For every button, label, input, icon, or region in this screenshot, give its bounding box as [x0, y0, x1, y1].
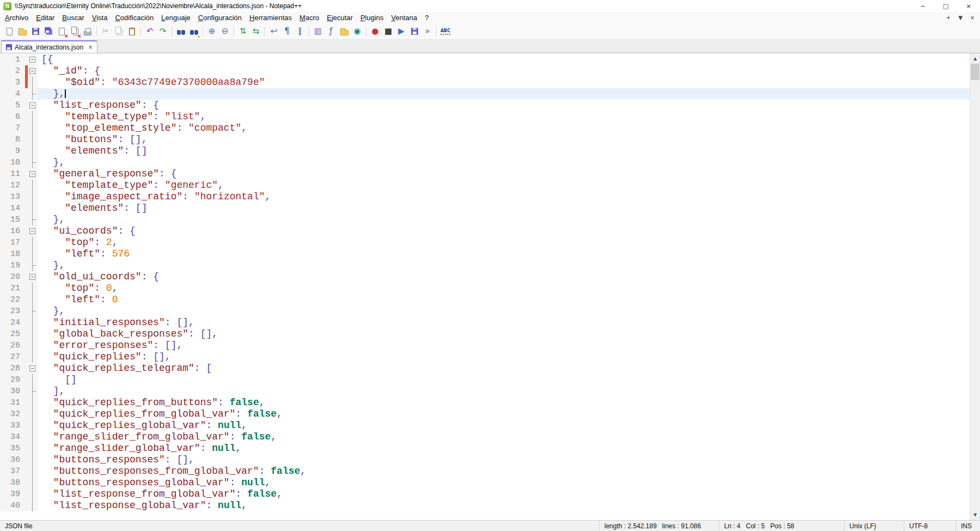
code-text[interactable]: "old_ui_coords": {	[38, 271, 970, 283]
code-text[interactable]: "top": 0,	[38, 283, 970, 294]
code-text[interactable]: "range_slider_global_var": null,	[38, 443, 970, 454]
line-number[interactable]: 20	[0, 271, 25, 283]
fold-toggle-icon[interactable]	[28, 100, 38, 111]
show-indent-guide-button[interactable]: ∥	[293, 25, 307, 38]
code-text[interactable]: },	[38, 214, 970, 225]
close-file-button[interactable]	[55, 25, 68, 38]
code-text[interactable]: "template_type": "list",	[38, 111, 970, 123]
redo-button[interactable]: ↷	[156, 25, 169, 38]
run-macro-multiple-times-button[interactable]: »	[421, 25, 434, 38]
code-text[interactable]: "ui_coords": {	[38, 225, 970, 237]
menu-help[interactable]: ?	[421, 13, 432, 23]
maximize-button[interactable]: □	[934, 0, 957, 12]
code-text[interactable]: [{	[38, 54, 970, 65]
line-number[interactable]: 10	[0, 157, 25, 168]
line-number[interactable]: 40	[0, 500, 25, 511]
sync-vertical-scroll-button[interactable]: ⇅	[236, 25, 249, 38]
line-number[interactable]: 31	[0, 397, 25, 408]
fold-toggle-icon[interactable]	[28, 168, 38, 180]
line-number[interactable]: 25	[0, 328, 25, 340]
line-number[interactable]: 13	[0, 191, 25, 203]
line-number[interactable]: 27	[0, 351, 25, 363]
code-text[interactable]: },	[38, 88, 970, 100]
code-text[interactable]: "top": 2,	[38, 237, 970, 248]
close-button[interactable]: ×	[957, 0, 980, 12]
code-text[interactable]: "error_responses": [],	[38, 340, 970, 351]
line-number[interactable]: 7	[0, 123, 25, 134]
text-area[interactable]: 1[{2 "_id": {3 "$oid": "6343c7749e737000…	[0, 53, 970, 520]
line-number[interactable]: 14	[0, 203, 25, 214]
paste-button[interactable]	[125, 25, 138, 38]
code-text[interactable]: "buttons_responses": [],	[38, 454, 970, 466]
code-text[interactable]: "elements": []	[38, 145, 970, 157]
new-tab-button[interactable]: +	[942, 13, 954, 23]
code-text[interactable]: "buttons": [],	[38, 134, 970, 145]
fold-toggle-icon[interactable]	[28, 271, 38, 283]
close-all-button[interactable]	[68, 25, 81, 38]
save-file-button[interactable]	[29, 25, 42, 38]
line-number[interactable]: 9	[0, 145, 25, 157]
line-number[interactable]: 17	[0, 237, 25, 248]
scrollbar-track[interactable]	[970, 64, 980, 510]
line-number[interactable]: 8	[0, 134, 25, 145]
monitoring-button[interactable]: ◉	[351, 25, 364, 38]
copy-button[interactable]	[112, 25, 125, 38]
code-text[interactable]: "quick_replies_telegram": [	[38, 363, 970, 374]
line-number[interactable]: 21	[0, 283, 25, 294]
line-number[interactable]: 16	[0, 225, 25, 237]
fold-toggle-icon[interactable]	[28, 65, 38, 77]
line-number[interactable]: 23	[0, 306, 25, 317]
code-text[interactable]: "buttons_responses_from_global_var": fal…	[38, 466, 970, 477]
code-text[interactable]: "elements": []	[38, 203, 970, 214]
line-number[interactable]: 29	[0, 374, 25, 386]
code-text[interactable]: "global_back_responses": [],	[38, 328, 970, 340]
sync-horizontal-scroll-button[interactable]: ⇆	[249, 25, 262, 38]
menu-ventana[interactable]: Ventana	[388, 13, 421, 23]
show-all-characters-button[interactable]: ¶	[280, 25, 293, 38]
line-number[interactable]: 30	[0, 386, 25, 397]
menu-codificaci-n[interactable]: Codificación	[111, 13, 157, 23]
save-all-button[interactable]	[42, 25, 55, 38]
menu-herramientas[interactable]: Herramientas	[246, 13, 296, 23]
code-text[interactable]: "range_slider_from_global_var": false,	[38, 431, 970, 443]
status-cursor-position[interactable]: Ln : 4 Col : 5 Pos : 58	[719, 521, 844, 531]
line-number[interactable]: 28	[0, 363, 25, 374]
line-number[interactable]: 5	[0, 100, 25, 111]
zoom-in-button[interactable]: ⊕	[205, 25, 218, 38]
function-list-button[interactable]: ƒ	[324, 25, 338, 38]
line-number[interactable]: 19	[0, 260, 25, 271]
code-text[interactable]: "buttons_responses_global_var": null,	[38, 477, 970, 489]
menu-plugins[interactable]: Plugins	[357, 13, 388, 23]
play-macro-button[interactable]: ▶	[395, 25, 408, 38]
code-text[interactable]: "left": 576	[38, 248, 970, 260]
line-number[interactable]: 2	[0, 65, 25, 77]
line-number[interactable]: 11	[0, 168, 25, 180]
scrollbar-thumb[interactable]	[971, 64, 979, 80]
close-tab-button[interactable]: ×	[966, 13, 978, 23]
tab-close-icon[interactable]: ×	[88, 44, 93, 50]
code-text[interactable]: },	[38, 306, 970, 317]
line-number[interactable]: 15	[0, 214, 25, 225]
line-number[interactable]: 4	[0, 88, 25, 100]
tab-list-button[interactable]: ▼	[954, 13, 966, 23]
status-eol-format[interactable]: Unix (LF)	[844, 521, 904, 531]
word-wrap-button[interactable]: ↩	[267, 25, 280, 38]
line-number[interactable]: 33	[0, 420, 25, 431]
code-text[interactable]: "quick_replies_from_global_var": false,	[38, 408, 970, 420]
line-number[interactable]: 32	[0, 408, 25, 420]
code-text[interactable]: "quick_replies": [],	[38, 351, 970, 363]
code-text[interactable]: "_id": {	[38, 65, 970, 77]
menu-ejecutar[interactable]: Ejecutar	[323, 13, 357, 23]
code-text[interactable]: "general_response": {	[38, 168, 970, 180]
code-text[interactable]: "list_response_global_var": null,	[38, 500, 970, 511]
cut-button[interactable]: ✂	[99, 25, 112, 38]
code-text[interactable]: []	[38, 374, 970, 386]
fold-toggle-icon[interactable]	[28, 225, 38, 237]
fold-toggle-icon[interactable]	[28, 363, 38, 374]
fold-toggle-icon[interactable]	[28, 54, 38, 65]
open-file-button[interactable]	[16, 25, 29, 38]
folder-as-workspace-button[interactable]	[338, 25, 351, 38]
vertical-scrollbar[interactable]: ▲ ▼	[970, 53, 980, 520]
replace-button[interactable]	[187, 25, 200, 38]
code-text[interactable]: "quick_replies_from_buttons": false,	[38, 397, 970, 408]
